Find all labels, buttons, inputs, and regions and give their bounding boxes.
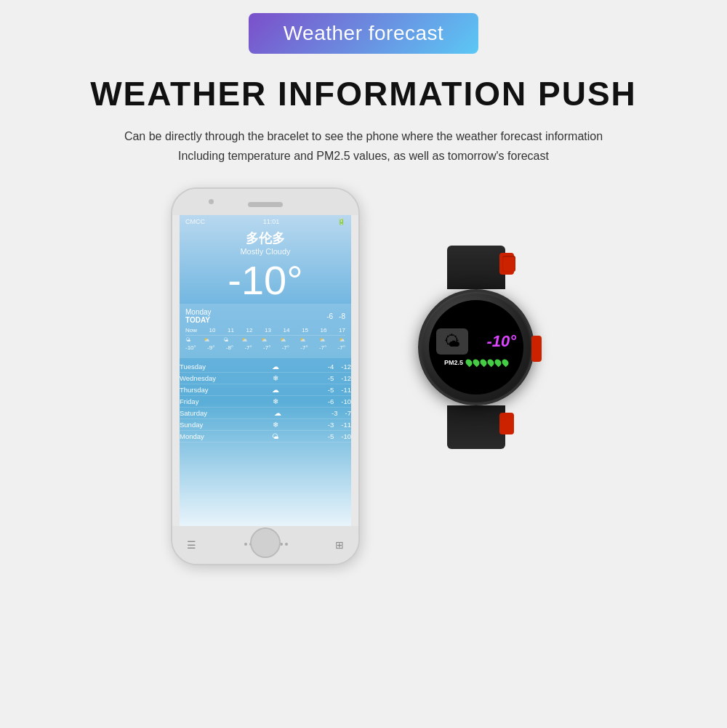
daily-row: Sunday❄-3-11 [180,419,351,431]
phone-camera [209,199,214,204]
watch-band-bottom [447,405,505,449]
home-button[interactable] [250,527,281,558]
page-title: WEATHER INFORMATION PUSH [90,74,637,113]
weather-forecast-badge: Weather forecast [249,13,479,54]
description-text: Can be directly through the bracelet to … [124,126,603,166]
hourly-icons: 🌤⛅🌤⛅⛅⛅⛅⛅⛅ [185,337,345,343]
daily-row: Friday❄-6-10 [180,396,351,408]
daily-list: Tuesday☁-4-12 Wednesday❄-5-12 Thursday☁-… [180,361,351,442]
daily-row: Saturday☁-3-7 [180,408,351,419]
watch-weather-icon: 🌤 [436,328,468,355]
phone-screen-inner: CMCC 11:01 🔋 多伦多 Mostly Cloudy -10° Mond… [180,215,351,526]
daily-row: Tuesday☁-4-12 [180,361,351,373]
weather-condition: Mostly Cloudy [180,247,351,256]
smartwatch-device: 🌤 -10° PM2.5 [396,246,556,449]
watch-screen-content: 🌤 -10° PM2.5 [436,328,516,366]
main-temperature: -10° [180,260,351,301]
week-forecast: Monday TODAY -6 -8 Now1011121314151617 🌤… [180,304,351,358]
daily-row: Wednesday❄-5-12 [180,373,351,384]
hourly-temps: -10°-9°-8°-7°-7°-7°-7°-7°-7° [185,344,345,351]
watch-screen: 🌤 -10° PM2.5 [429,300,523,395]
city-name: 多伦多 [180,230,351,247]
phone-device: CMCC 11:01 🔋 多伦多 Mostly Cloudy -10° Mond… [171,187,360,565]
phone-speaker [248,202,283,207]
phone-screen: CMCC 11:01 🔋 多伦多 Mostly Cloudy -10° Mond… [180,215,351,526]
status-bar: CMCC 11:01 🔋 [180,215,351,228]
watch-case: 🌤 -10° PM2.5 [418,289,534,405]
badge-container: Weather forecast [249,13,479,54]
watch-top-row: 🌤 -10° [436,328,516,355]
daily-row: Monday🌤-5-10 [180,431,351,442]
pm-row: PM2.5 [444,359,508,366]
phone-outer: CMCC 11:01 🔋 多伦多 Mostly Cloudy -10° Mond… [171,187,360,565]
devices-section: CMCC 11:01 🔋 多伦多 Mostly Cloudy -10° Mond… [171,187,556,728]
pm-drops [466,359,508,366]
daily-row: Thursday☁-5-11 [180,384,351,396]
hourly-hours: Now1011121314151617 [185,325,345,336]
watch-crown [531,336,542,362]
drop-6 [501,358,510,368]
watch-temperature: -10° [486,332,516,351]
watch-band-top [447,246,505,289]
today-row: Monday TODAY -6 -8 [185,308,345,324]
phone-top-bar [172,189,358,215]
